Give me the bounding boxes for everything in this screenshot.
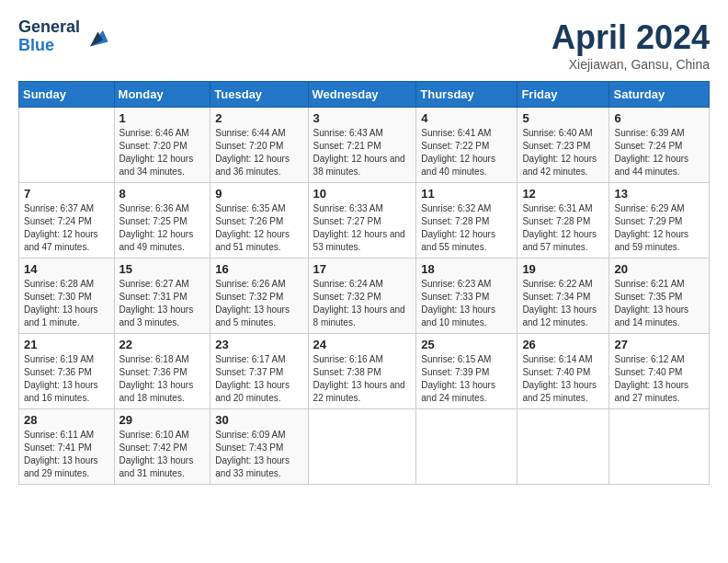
calendar-day-cell: 3Sunrise: 6:43 AMSunset: 7:21 PMDaylight… bbox=[308, 108, 416, 183]
calendar-day-cell: 29Sunrise: 6:10 AMSunset: 7:42 PMDayligh… bbox=[114, 409, 210, 485]
calendar-day-cell: 15Sunrise: 6:27 AMSunset: 7:31 PMDayligh… bbox=[114, 259, 210, 334]
calendar-week-row: 14Sunrise: 6:28 AMSunset: 7:30 PMDayligh… bbox=[19, 259, 710, 334]
day-number: 10 bbox=[313, 187, 412, 201]
day-number: 15 bbox=[119, 262, 206, 276]
calendar-day-cell: 7Sunrise: 6:37 AMSunset: 7:24 PMDaylight… bbox=[19, 183, 115, 259]
day-info: Sunrise: 6:37 AMSunset: 7:24 PMDaylight:… bbox=[24, 202, 109, 254]
calendar-day-cell: 24Sunrise: 6:16 AMSunset: 7:38 PMDayligh… bbox=[308, 334, 416, 409]
calendar-day-cell: 1Sunrise: 6:46 AMSunset: 7:20 PMDaylight… bbox=[114, 108, 210, 183]
day-number: 3 bbox=[313, 111, 412, 125]
day-info: Sunrise: 6:36 AMSunset: 7:25 PMDaylight:… bbox=[119, 202, 206, 254]
day-number: 14 bbox=[24, 262, 109, 276]
day-info: Sunrise: 6:24 AMSunset: 7:32 PMDaylight:… bbox=[313, 278, 412, 329]
day-info: Sunrise: 6:28 AMSunset: 7:30 PMDaylight:… bbox=[24, 278, 109, 329]
calendar-day-cell: 27Sunrise: 6:12 AMSunset: 7:40 PMDayligh… bbox=[609, 334, 710, 409]
day-number: 9 bbox=[215, 187, 302, 201]
day-info: Sunrise: 6:44 AMSunset: 7:20 PMDaylight:… bbox=[215, 127, 302, 178]
day-number: 29 bbox=[119, 413, 206, 427]
day-info: Sunrise: 6:41 AMSunset: 7:22 PMDaylight:… bbox=[421, 127, 512, 178]
day-number: 22 bbox=[119, 338, 206, 351]
calendar-day-cell: 11Sunrise: 6:32 AMSunset: 7:28 PMDayligh… bbox=[416, 183, 518, 259]
calendar-day-cell bbox=[19, 108, 115, 183]
day-number: 28 bbox=[24, 413, 109, 427]
calendar-week-row: 21Sunrise: 6:19 AMSunset: 7:36 PMDayligh… bbox=[19, 334, 710, 409]
title-area: April 2024 Xiejiawan, Gansu, China bbox=[552, 18, 710, 72]
calendar-day-cell: 19Sunrise: 6:22 AMSunset: 7:34 PMDayligh… bbox=[518, 259, 609, 334]
day-info: Sunrise: 6:23 AMSunset: 7:33 PMDaylight:… bbox=[421, 278, 512, 329]
day-number: 23 bbox=[215, 338, 302, 351]
calendar-day-cell: 30Sunrise: 6:09 AMSunset: 7:43 PMDayligh… bbox=[210, 409, 308, 485]
calendar-day-cell: 2Sunrise: 6:44 AMSunset: 7:20 PMDaylight… bbox=[210, 108, 308, 183]
day-number: 1 bbox=[119, 111, 206, 125]
calendar-day-cell bbox=[518, 409, 609, 485]
day-number: 5 bbox=[522, 111, 604, 125]
day-info: Sunrise: 6:19 AMSunset: 7:36 PMDaylight:… bbox=[24, 353, 109, 405]
calendar-day-cell: 13Sunrise: 6:29 AMSunset: 7:29 PMDayligh… bbox=[609, 183, 710, 259]
subtitle: Xiejiawan, Gansu, China bbox=[552, 57, 710, 72]
day-info: Sunrise: 6:22 AMSunset: 7:34 PMDaylight:… bbox=[522, 278, 604, 329]
day-info: Sunrise: 6:15 AMSunset: 7:39 PMDaylight:… bbox=[421, 353, 512, 405]
calendar-day-cell: 4Sunrise: 6:41 AMSunset: 7:22 PMDaylight… bbox=[416, 108, 518, 183]
day-number: 27 bbox=[614, 338, 704, 351]
calendar-day-cell: 18Sunrise: 6:23 AMSunset: 7:33 PMDayligh… bbox=[416, 259, 518, 334]
day-info: Sunrise: 6:16 AMSunset: 7:38 PMDaylight:… bbox=[313, 353, 412, 405]
calendar-day-cell: 25Sunrise: 6:15 AMSunset: 7:39 PMDayligh… bbox=[416, 334, 518, 409]
day-info: Sunrise: 6:12 AMSunset: 7:40 PMDaylight:… bbox=[614, 353, 704, 405]
day-info: Sunrise: 6:35 AMSunset: 7:26 PMDaylight:… bbox=[215, 202, 302, 254]
day-info: Sunrise: 6:29 AMSunset: 7:29 PMDaylight:… bbox=[614, 202, 704, 254]
logo: General Blue bbox=[18, 18, 109, 55]
logo-general: General bbox=[18, 18, 80, 37]
day-number: 19 bbox=[522, 262, 604, 276]
weekday-header-cell: Wednesday bbox=[308, 82, 416, 108]
calendar-day-cell: 14Sunrise: 6:28 AMSunset: 7:30 PMDayligh… bbox=[19, 259, 115, 334]
calendar-week-row: 7Sunrise: 6:37 AMSunset: 7:24 PMDaylight… bbox=[19, 183, 710, 259]
day-info: Sunrise: 6:21 AMSunset: 7:35 PMDaylight:… bbox=[614, 278, 704, 329]
calendar-day-cell: 12Sunrise: 6:31 AMSunset: 7:28 PMDayligh… bbox=[518, 183, 609, 259]
day-number: 2 bbox=[215, 111, 302, 125]
day-number: 26 bbox=[522, 338, 604, 351]
day-info: Sunrise: 6:46 AMSunset: 7:20 PMDaylight:… bbox=[119, 127, 206, 178]
day-number: 24 bbox=[313, 338, 412, 351]
day-info: Sunrise: 6:18 AMSunset: 7:36 PMDaylight:… bbox=[119, 353, 206, 405]
calendar-day-cell: 22Sunrise: 6:18 AMSunset: 7:36 PMDayligh… bbox=[114, 334, 210, 409]
day-info: Sunrise: 6:17 AMSunset: 7:37 PMDaylight:… bbox=[215, 353, 302, 405]
weekday-header-row: SundayMondayTuesdayWednesdayThursdayFrid… bbox=[19, 82, 710, 108]
calendar-day-cell: 8Sunrise: 6:36 AMSunset: 7:25 PMDaylight… bbox=[114, 183, 210, 259]
weekday-header-cell: Monday bbox=[114, 82, 210, 108]
weekday-header-cell: Tuesday bbox=[210, 82, 308, 108]
calendar-day-cell bbox=[308, 409, 416, 485]
calendar-day-cell: 10Sunrise: 6:33 AMSunset: 7:27 PMDayligh… bbox=[308, 183, 416, 259]
calendar-day-cell: 21Sunrise: 6:19 AMSunset: 7:36 PMDayligh… bbox=[19, 334, 115, 409]
calendar-week-row: 1Sunrise: 6:46 AMSunset: 7:20 PMDaylight… bbox=[19, 108, 710, 183]
calendar-table: SundayMondayTuesdayWednesdayThursdayFrid… bbox=[18, 81, 710, 485]
day-info: Sunrise: 6:33 AMSunset: 7:27 PMDaylight:… bbox=[313, 202, 412, 254]
day-info: Sunrise: 6:14 AMSunset: 7:40 PMDaylight:… bbox=[522, 353, 604, 405]
day-number: 21 bbox=[24, 338, 109, 351]
day-info: Sunrise: 6:27 AMSunset: 7:31 PMDaylight:… bbox=[119, 278, 206, 329]
day-number: 12 bbox=[522, 187, 604, 201]
calendar-body: 1Sunrise: 6:46 AMSunset: 7:20 PMDaylight… bbox=[19, 108, 710, 485]
weekday-header-cell: Saturday bbox=[609, 82, 710, 108]
day-info: Sunrise: 6:09 AMSunset: 7:43 PMDaylight:… bbox=[215, 429, 302, 480]
calendar-week-row: 28Sunrise: 6:11 AMSunset: 7:41 PMDayligh… bbox=[19, 409, 710, 485]
weekday-header-cell: Friday bbox=[518, 82, 609, 108]
day-number: 30 bbox=[215, 413, 302, 427]
day-number: 25 bbox=[421, 338, 512, 351]
day-number: 18 bbox=[421, 262, 512, 276]
day-number: 20 bbox=[614, 262, 704, 276]
day-info: Sunrise: 6:40 AMSunset: 7:23 PMDaylight:… bbox=[522, 127, 604, 178]
calendar-day-cell: 16Sunrise: 6:26 AMSunset: 7:32 PMDayligh… bbox=[210, 259, 308, 334]
day-number: 7 bbox=[24, 187, 109, 201]
page-header: General Blue April 2024 Xiejiawan, Gansu… bbox=[18, 18, 710, 72]
day-number: 16 bbox=[215, 262, 302, 276]
day-info: Sunrise: 6:32 AMSunset: 7:28 PMDaylight:… bbox=[421, 202, 512, 254]
day-number: 8 bbox=[119, 187, 206, 201]
day-info: Sunrise: 6:39 AMSunset: 7:24 PMDaylight:… bbox=[614, 127, 704, 178]
day-number: 6 bbox=[614, 111, 704, 125]
calendar-day-cell: 28Sunrise: 6:11 AMSunset: 7:41 PMDayligh… bbox=[19, 409, 115, 485]
calendar-day-cell: 5Sunrise: 6:40 AMSunset: 7:23 PMDaylight… bbox=[518, 108, 609, 183]
calendar-day-cell bbox=[609, 409, 710, 485]
day-number: 13 bbox=[614, 187, 704, 201]
calendar-day-cell: 17Sunrise: 6:24 AMSunset: 7:32 PMDayligh… bbox=[308, 259, 416, 334]
day-info: Sunrise: 6:26 AMSunset: 7:32 PMDaylight:… bbox=[215, 278, 302, 329]
